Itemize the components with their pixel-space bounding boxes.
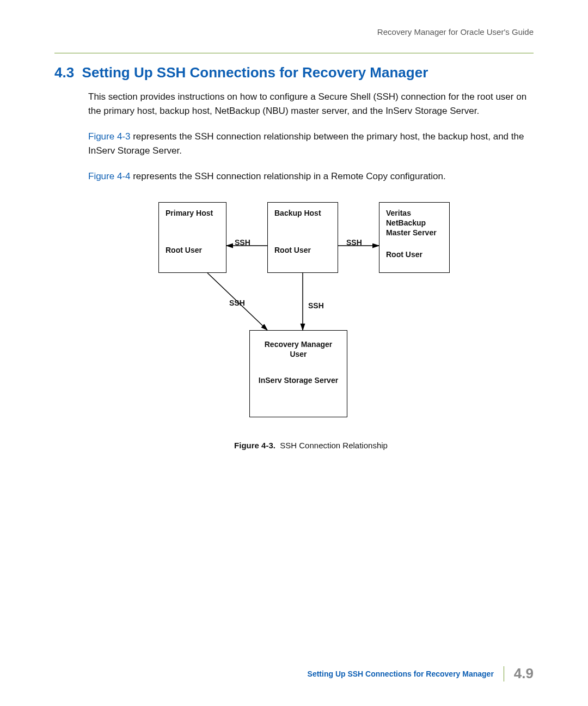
paragraph-2-rest: represents the SSH connection relationsh…: [88, 131, 524, 156]
ssh-label-right: SSH: [346, 237, 362, 248]
ssh-label-left: SSH: [235, 237, 250, 248]
paragraph-1: This section provides instructions on ho…: [88, 90, 534, 118]
paragraph-2: Figure 4-3 represents the SSH connection…: [88, 130, 534, 157]
ssh-label-diag: SSH: [229, 297, 245, 309]
doc-title-header: Recovery Manager for Oracle User's Guide: [54, 27, 534, 36]
section-title-text: Setting Up SSH Connections for Recovery …: [82, 64, 428, 81]
section-heading: 4.3 Setting Up SSH Connections for Recov…: [54, 64, 534, 81]
figure-caption-text: SSH Connection Relationship: [280, 441, 388, 450]
paragraph-3-rest: represents the SSH connection relationsh…: [130, 171, 445, 181]
backup-host-box: Backup Host Root User: [267, 202, 338, 273]
page-footer: Setting Up SSH Connections for Recovery …: [308, 665, 534, 682]
figure-ref-4-4: Figure 4-4: [88, 171, 130, 181]
footer-page-number: 4.9: [514, 665, 534, 682]
footer-separator: [504, 666, 504, 681]
backup-host-bottom: Root User: [274, 245, 331, 255]
inserv-box: Recovery Manager User InServ Storage Ser…: [249, 330, 347, 417]
paragraph-3: Figure 4-4 represents the SSH connection…: [88, 169, 534, 184]
backup-host-title: Backup Host: [274, 208, 331, 218]
top-divider: [54, 53, 534, 53]
figure-caption-label: Figure 4-3.: [234, 441, 275, 450]
inserv-title: Recovery Manager User: [256, 339, 340, 359]
figure-ref-4-3: Figure 4-3: [88, 131, 130, 142]
primary-host-box: Primary Host Root User: [158, 202, 226, 273]
ssh-diagram: Primary Host Root User Backup Host Root …: [158, 197, 463, 431]
section-number: 4.3: [54, 64, 74, 81]
inserv-subtitle: InServ Storage Server: [256, 375, 340, 385]
netbackup-title: Veritas NetBackup Master Server: [386, 208, 443, 238]
footer-title: Setting Up SSH Connections for Recovery …: [308, 670, 494, 678]
netbackup-bottom: Root User: [386, 249, 443, 259]
primary-host-bottom: Root User: [166, 245, 219, 255]
netbackup-box: Veritas NetBackup Master Server Root Use…: [379, 202, 450, 273]
primary-host-title: Primary Host: [166, 208, 219, 218]
figure-caption: Figure 4-3. SSH Connection Relationship: [88, 440, 534, 452]
body-content: This section provides instructions on ho…: [88, 90, 534, 452]
ssh-label-vert: SSH: [308, 300, 324, 312]
